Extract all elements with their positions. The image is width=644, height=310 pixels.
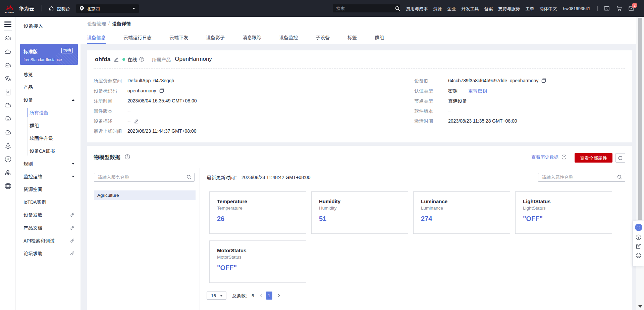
tab-cloud-run-log[interactable]: 云端运行日志 xyxy=(123,30,152,44)
view-all-properties-button[interactable]: 查看全部属性 xyxy=(575,153,612,163)
edit-device-name-icon[interactable] xyxy=(114,57,119,62)
survey-button[interactable] xyxy=(636,243,641,249)
console-link[interactable]: 控制台 xyxy=(49,5,70,12)
username[interactable]: hw081993541 xyxy=(563,6,590,11)
nav-language[interactable]: 简体中文 xyxy=(539,5,557,12)
sidebar-item-monitor[interactable]: 监控运维 xyxy=(16,170,80,183)
property-card-humidity[interactable]: Humidity Humidity 51 xyxy=(311,191,408,234)
tab-message-trace[interactable]: 消息跟踪 xyxy=(243,30,261,44)
nav-billing[interactable]: 费用与成本 xyxy=(406,5,428,12)
property-card-temperature[interactable]: Temperature Temperature 26 xyxy=(209,191,306,234)
property-card-lightstatus[interactable]: LightStatus LightStatus "OFF" xyxy=(515,191,612,234)
rail-waves-icon[interactable] xyxy=(0,72,16,85)
rail-cloud-server-icon[interactable] xyxy=(0,32,16,45)
scrollbar-down-arrow[interactable] xyxy=(638,305,642,308)
next-page-icon[interactable] xyxy=(277,294,280,298)
huawei-logo[interactable]: HUAWEI xyxy=(5,4,14,13)
status-help-icon[interactable] xyxy=(139,57,144,62)
service-panel: Agriculture xyxy=(87,168,200,310)
sidebar-item-iotda-instance[interactable]: IoTDA实例 xyxy=(16,195,80,208)
product-link[interactable]: OpenHarmony xyxy=(175,56,212,63)
header-search-input[interactable] xyxy=(336,6,395,11)
edit-description-icon[interactable] xyxy=(134,119,139,124)
copy-icon[interactable] xyxy=(541,78,546,83)
property-card-luminance[interactable]: Luminance Luminance 274 xyxy=(413,191,510,234)
feedback-button[interactable] xyxy=(636,253,641,258)
rail-cloud-dots-icon[interactable] xyxy=(0,45,16,58)
console-terminal-icon[interactable] xyxy=(604,6,609,11)
nav-ticket[interactable]: 工单 xyxy=(525,5,534,12)
sidebar-item-resource-space[interactable]: 资源空间 xyxy=(16,183,80,195)
external-link-icon xyxy=(70,238,74,243)
sidebar-item-docs[interactable]: 产品文档 xyxy=(16,221,80,234)
svg-text:W: W xyxy=(8,187,10,189)
rail-cloud-icon[interactable] xyxy=(0,99,16,112)
rail-ip-icon[interactable]: IP xyxy=(0,152,16,166)
sidebar-item-provisioning[interactable]: 设备发放 xyxy=(16,208,80,221)
sidebar-item-products[interactable]: 产品 xyxy=(16,81,80,93)
nav-devtools[interactable]: 开发工具 xyxy=(461,5,479,12)
tab-device-monitor[interactable]: 设备监控 xyxy=(279,30,298,44)
support-headset-button[interactable] xyxy=(635,224,642,231)
scrollbar-thumb[interactable] xyxy=(638,18,642,220)
rail-globe-icon[interactable]: W xyxy=(0,179,16,193)
prev-page-icon[interactable] xyxy=(260,294,263,298)
nav-enterprise[interactable]: 企业 xyxy=(447,5,456,12)
tab-sub-devices[interactable]: 子设备 xyxy=(316,30,330,44)
messages-icon[interactable]: 2 xyxy=(629,6,634,11)
breadcrumb-device-detail: 设备详情 xyxy=(112,20,131,27)
tab-groups[interactable]: 群组 xyxy=(375,30,384,44)
instance-name: freeStandardInstance xyxy=(23,57,62,62)
rail-cloud-chip-icon[interactable] xyxy=(0,58,16,72)
tab-cloud-delivery[interactable]: 云端下发 xyxy=(169,30,188,44)
sidebar-subitem-groups[interactable]: 群组 xyxy=(16,119,80,132)
breadcrumb-device-management[interactable]: 设备管理 xyxy=(87,20,106,27)
sidebar-item-api-explorer[interactable]: API检索和调试 xyxy=(16,234,80,247)
search-icon[interactable] xyxy=(395,6,400,11)
page-size-select[interactable]: 16 xyxy=(207,292,226,300)
service-search-input[interactable] xyxy=(94,173,195,182)
current-page-button[interactable]: 1 xyxy=(266,292,272,300)
menu-hamburger-icon[interactable] xyxy=(4,21,11,27)
tab-device-info[interactable]: 设备信息 xyxy=(87,30,106,44)
region-selector[interactable]: 北京四 xyxy=(76,4,139,13)
sidebar-subitem-all-devices[interactable]: 所有设备 xyxy=(16,106,80,119)
sidebar-item-devices[interactable]: 设备 xyxy=(16,93,80,106)
header-search xyxy=(333,4,400,12)
info-row-device-id: 设备ID 64ccb789f3a8cf64b9c97dde_openharmon… xyxy=(414,76,546,86)
brand-name[interactable]: 华为云 xyxy=(19,5,35,12)
service-item-agriculture[interactable]: Agriculture xyxy=(94,190,196,200)
rail-pyramid-icon[interactable] xyxy=(0,139,16,152)
info-row-last-online-time: 最近上线时间 2023/08/23 11:44:37 GMT+08:00 xyxy=(94,126,414,136)
history-help-icon[interactable] xyxy=(561,154,567,160)
instance-switch-button[interactable]: 切换 xyxy=(61,48,73,53)
reset-secret-link[interactable]: 重置密钥 xyxy=(468,87,487,94)
nav-resources[interactable]: 资源 xyxy=(433,5,442,12)
sidebar-item-rules[interactable]: 规则 xyxy=(16,157,80,170)
rail-mobile-device-icon[interactable] xyxy=(0,85,16,99)
cart-icon[interactable] xyxy=(616,6,622,11)
model-help-icon[interactable] xyxy=(125,154,130,160)
rail-cloud-clock-icon[interactable] xyxy=(0,126,16,139)
search-icon[interactable] xyxy=(186,175,192,180)
tab-device-shadow[interactable]: 设备影子 xyxy=(206,30,225,44)
help-button[interactable] xyxy=(636,234,641,240)
sidebar-subitem-ca-cert[interactable]: 设备CA证书 xyxy=(16,144,80,157)
sidebar-subitem-firmware[interactable]: 软固件升级 xyxy=(16,132,80,144)
copy-icon[interactable] xyxy=(159,88,164,93)
rail-nodes-icon[interactable] xyxy=(0,166,16,179)
refresh-button[interactable] xyxy=(615,153,625,163)
property-card-motorstatus[interactable]: MotorStatus MotorStatus "OFF" xyxy=(209,240,306,283)
instance-card[interactable]: 标准版 切换 freeStandardInstance xyxy=(20,44,78,65)
rail-cloud-upload-icon[interactable] xyxy=(0,112,16,126)
view-history-link[interactable]: 查看历史数据 xyxy=(531,153,558,160)
sidebar-item-forum[interactable]: 论坛求助 xyxy=(16,247,80,260)
breadcrumb-separator: / xyxy=(108,21,110,26)
property-search-input[interactable] xyxy=(538,173,625,182)
sidebar-item-overview[interactable]: 总览 xyxy=(16,68,80,81)
nav-support[interactable]: 支持与服务 xyxy=(498,5,520,12)
search-icon[interactable] xyxy=(617,175,622,180)
nav-icp[interactable]: 备案 xyxy=(484,5,493,12)
tab-tags[interactable]: 标签 xyxy=(347,30,357,44)
page-scrollbar[interactable] xyxy=(636,17,644,310)
